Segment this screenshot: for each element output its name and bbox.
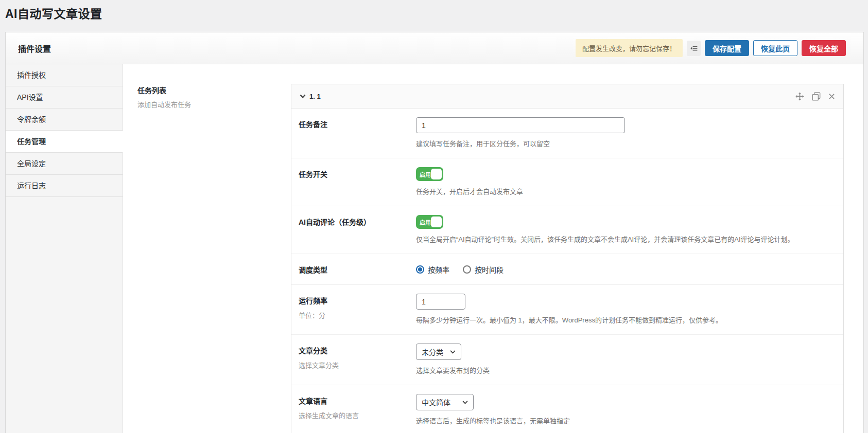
post-language-hint: 选择语言后，生成的标签也是该语言，无需单独指定 — [416, 416, 833, 425]
row-ai-comment: AI自动评论（任务级） 启用 仅当全局开启“AI自动评论”时生效。关闭后，该任务… — [291, 206, 843, 254]
move-icon[interactable] — [795, 92, 804, 101]
task-title: 1. 1 — [309, 93, 321, 100]
run-frequency-input[interactable] — [416, 294, 465, 310]
clone-icon[interactable] — [812, 92, 821, 101]
collapse-all-button[interactable] — [687, 41, 701, 56]
radio-label: 按时间段 — [475, 264, 504, 275]
row-run-frequency: 运行频率 单位：分 每隔多少分钟运行一次。最小值为 1，最大不限。WordPre… — [291, 285, 843, 335]
run-frequency-hint: 每隔多少分钟运行一次。最小值为 1，最大不限。WordPress的计划任务不能做… — [416, 315, 833, 324]
save-config-button[interactable]: 保存配置 — [705, 40, 749, 56]
row-post-language: 文章语言 选择生成文章的语言 中文简体 选择语言后，生成的标签也是该语言，无需单… — [291, 385, 843, 433]
restore-all-button[interactable]: 恢复全部 — [802, 40, 846, 56]
row-post-category: 文章分类 选择文章分类 未分类 选择文章要发布到的分类 — [291, 335, 843, 385]
chevron-down-icon — [300, 94, 306, 99]
selected-value: 中文简体 — [422, 397, 450, 407]
post-category-hint: 选择文章要发布到的分类 — [416, 365, 833, 375]
row-task-switch: 任务开关 启用 任务开关，开启后才会自动发布文章 — [291, 158, 843, 206]
post-category-select[interactable]: 未分类 — [416, 344, 461, 360]
task-note-label: 任务备注 — [299, 119, 416, 129]
chevron-down-icon — [462, 401, 468, 404]
chevron-down-icon — [450, 350, 456, 354]
radio-unchecked-icon — [463, 265, 471, 274]
row-schedule-type: 调度类型 按频率 按时间段 — [291, 254, 843, 285]
post-language-label: 文章语言 — [299, 395, 416, 406]
post-language-select[interactable]: 中文简体 — [416, 394, 474, 410]
outdent-icon — [690, 44, 698, 52]
task-switch-toggle[interactable]: 启用 — [416, 167, 443, 181]
task-note-hint: 建议填写任务备注，用于区分任务，可以留空 — [416, 138, 833, 148]
task-switch-hint: 任务开关，开启后才会自动发布文章 — [416, 186, 833, 196]
sidebar: 插件授权 API设置 令牌余额 任务管理 全局设定 运行日志 — [6, 64, 123, 433]
toggle-on-label: 启用 — [416, 218, 431, 226]
page-title: AI自动写文章设置 — [0, 0, 868, 22]
sidebar-item-plugin-license[interactable]: 插件授权 — [6, 64, 123, 86]
section-title: 任务列表 — [137, 85, 291, 95]
sidebar-item-api-settings[interactable]: API设置 — [6, 86, 123, 109]
toggle-knob — [431, 169, 442, 179]
sidebar-item-run-logs[interactable]: 运行日志 — [6, 175, 123, 197]
schedule-frequency-radio[interactable]: 按频率 — [416, 264, 449, 275]
task-panel: 1. 1 — [291, 84, 844, 433]
radio-checked-icon — [416, 265, 424, 274]
post-category-sublabel: 选择文章分类 — [299, 360, 416, 370]
close-icon[interactable] — [828, 93, 835, 100]
panel-body: 插件授权 API设置 令牌余额 任务管理 全局设定 运行日志 任务列表 添加自动… — [6, 64, 863, 433]
run-frequency-unit: 单位：分 — [299, 310, 416, 320]
post-category-label: 文章分类 — [299, 345, 416, 355]
sidebar-item-global-settings[interactable]: 全局设定 — [6, 153, 123, 175]
header-actions: 配置发生改变，请勿忘记保存！ 保存配置 恢复此页 恢复全部 — [576, 39, 846, 57]
selected-value: 未分类 — [422, 347, 443, 357]
settings-panel: 插件设置 配置发生改变，请勿忘记保存！ 保存配置 恢复此页 恢复全部 插件授权 … — [5, 32, 864, 433]
section-description: 任务列表 添加自动发布任务 — [137, 84, 291, 109]
task-panel-header[interactable]: 1. 1 — [291, 84, 843, 109]
section-subtitle: 添加自动发布任务 — [137, 99, 291, 109]
task-switch-label: 任务开关 — [299, 169, 416, 179]
ai-comment-label: AI自动评论（任务级） — [299, 217, 416, 227]
ai-comment-toggle[interactable]: 启用 — [416, 215, 443, 229]
task-header-icons — [795, 92, 835, 101]
schedule-type-radio-group: 按频率 按时间段 — [416, 263, 833, 275]
panel-header: 插件设置 配置发生改变，请勿忘记保存！ 保存配置 恢复此页 恢复全部 — [6, 32, 863, 64]
task-note-input[interactable] — [416, 117, 625, 133]
sidebar-item-token-balance[interactable]: 令牌余额 — [6, 109, 123, 131]
restore-page-button[interactable]: 恢复此页 — [753, 40, 797, 56]
post-language-sublabel: 选择生成文章的语言 — [299, 410, 416, 420]
sidebar-item-task-management[interactable]: 任务管理 — [6, 131, 123, 153]
ai-comment-hint: 仅当全局开启“AI自动评论”时生效。关闭后，该任务生成的文章不会生成AI评论，并… — [416, 234, 833, 244]
toggle-on-label: 启用 — [416, 170, 431, 178]
content-area: 任务列表 添加自动发布任务 1. 1 — [123, 64, 863, 433]
row-task-note: 任务备注 建议填写任务备注，用于区分任务，可以留空 — [291, 109, 843, 158]
unsaved-changes-notice: 配置发生改变，请勿忘记保存！ — [576, 39, 683, 57]
toggle-knob — [431, 217, 442, 227]
schedule-type-label: 调度类型 — [299, 264, 416, 275]
schedule-timerange-radio[interactable]: 按时间段 — [463, 264, 504, 275]
sidebar-filler — [6, 197, 123, 433]
panel-title: 插件设置 — [18, 42, 51, 55]
radio-label: 按频率 — [428, 264, 449, 275]
run-frequency-label: 运行频率 — [299, 295, 416, 305]
